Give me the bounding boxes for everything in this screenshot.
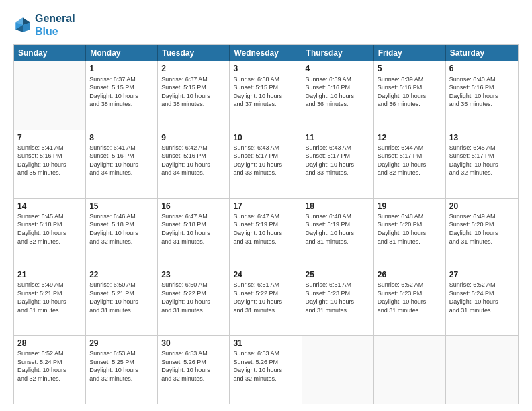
day-info: Sunrise: 6:52 AM Sunset: 5:24 PM Dayligh… (17, 349, 82, 383)
day-number: 15 (89, 201, 154, 212)
calendar-week-2: 7Sunrise: 6:41 AM Sunset: 5:16 PM Daylig… (14, 130, 518, 198)
day-cell-21: 21Sunrise: 6:49 AM Sunset: 5:21 PM Dayli… (14, 267, 86, 335)
day-cell-31: 31Sunrise: 6:53 AM Sunset: 5:26 PM Dayli… (230, 336, 302, 404)
day-cell-18: 18Sunrise: 6:48 AM Sunset: 5:19 PM Dayli… (302, 199, 374, 267)
day-cell-30: 30Sunrise: 6:53 AM Sunset: 5:26 PM Dayli… (158, 336, 230, 404)
day-cell-6: 6Sunrise: 6:40 AM Sunset: 5:16 PM Daylig… (446, 61, 518, 129)
day-info: Sunrise: 6:39 AM Sunset: 5:16 PM Dayligh… (378, 75, 442, 109)
header-day-friday: Friday (374, 45, 446, 61)
calendar-week-1: 1Sunrise: 6:37 AM Sunset: 5:15 PM Daylig… (14, 61, 518, 129)
logo-icon (13, 15, 32, 34)
day-cell-4: 4Sunrise: 6:39 AM Sunset: 5:16 PM Daylig… (302, 61, 374, 129)
day-number: 2 (161, 63, 226, 74)
day-cell-13: 13Sunrise: 6:45 AM Sunset: 5:17 PM Dayli… (446, 130, 518, 198)
day-cell-23: 23Sunrise: 6:50 AM Sunset: 5:22 PM Dayli… (158, 267, 230, 335)
day-number: 26 (378, 269, 442, 280)
day-cell-10: 10Sunrise: 6:43 AM Sunset: 5:17 PM Dayli… (230, 130, 302, 198)
day-number: 13 (449, 132, 515, 143)
day-number: 11 (306, 132, 370, 143)
day-number: 28 (17, 338, 82, 349)
calendar-week-4: 21Sunrise: 6:49 AM Sunset: 5:21 PM Dayli… (14, 267, 518, 335)
day-number: 10 (233, 132, 298, 143)
day-number: 27 (449, 269, 515, 280)
day-cell-9: 9Sunrise: 6:42 AM Sunset: 5:16 PM Daylig… (158, 130, 230, 198)
header: General Blue (13, 12, 519, 38)
header-day-thursday: Thursday (302, 45, 374, 61)
day-number: 9 (161, 132, 226, 143)
day-cell-12: 12Sunrise: 6:44 AM Sunset: 5:17 PM Dayli… (374, 130, 446, 198)
calendar: SundayMondayTuesdayWednesdayThursdayFrid… (13, 44, 519, 404)
day-info: Sunrise: 6:45 AM Sunset: 5:17 PM Dayligh… (449, 144, 515, 177)
day-info: Sunrise: 6:40 AM Sunset: 5:16 PM Dayligh… (449, 75, 515, 109)
calendar-header: SundayMondayTuesdayWednesdayThursdayFrid… (14, 45, 518, 61)
day-number: 31 (233, 338, 298, 349)
day-number: 7 (17, 132, 82, 143)
day-info: Sunrise: 6:53 AM Sunset: 5:26 PM Dayligh… (161, 349, 226, 383)
day-number: 12 (378, 132, 442, 143)
day-info: Sunrise: 6:43 AM Sunset: 5:17 PM Dayligh… (306, 144, 370, 177)
day-number: 17 (233, 201, 298, 212)
day-number: 29 (89, 338, 154, 349)
day-info: Sunrise: 6:41 AM Sunset: 5:16 PM Dayligh… (89, 144, 154, 177)
day-info: Sunrise: 6:49 AM Sunset: 5:20 PM Dayligh… (449, 212, 515, 246)
day-info: Sunrise: 6:37 AM Sunset: 5:15 PM Dayligh… (161, 75, 226, 109)
day-info: Sunrise: 6:53 AM Sunset: 5:26 PM Dayligh… (233, 349, 298, 383)
day-number: 16 (161, 201, 226, 212)
day-cell-1: 1Sunrise: 6:37 AM Sunset: 5:15 PM Daylig… (86, 61, 158, 129)
day-number: 25 (306, 269, 370, 280)
day-number: 20 (449, 201, 515, 212)
day-info: Sunrise: 6:46 AM Sunset: 5:18 PM Dayligh… (89, 212, 154, 246)
day-info: Sunrise: 6:39 AM Sunset: 5:16 PM Dayligh… (306, 75, 370, 109)
day-cell-16: 16Sunrise: 6:47 AM Sunset: 5:18 PM Dayli… (158, 199, 230, 267)
day-cell-19: 19Sunrise: 6:48 AM Sunset: 5:20 PM Dayli… (374, 199, 446, 267)
day-info: Sunrise: 6:41 AM Sunset: 5:16 PM Dayligh… (17, 144, 82, 177)
day-number: 19 (378, 201, 442, 212)
day-info: Sunrise: 6:37 AM Sunset: 5:15 PM Dayligh… (89, 75, 154, 109)
day-number: 1 (89, 63, 154, 74)
day-info: Sunrise: 6:48 AM Sunset: 5:20 PM Dayligh… (378, 212, 442, 246)
day-cell-24: 24Sunrise: 6:51 AM Sunset: 5:22 PM Dayli… (230, 267, 302, 335)
day-number: 14 (17, 201, 82, 212)
page: General Blue SundayMondayTuesdayWednesda… (0, 0, 532, 411)
day-cell-3: 3Sunrise: 6:38 AM Sunset: 5:15 PM Daylig… (230, 61, 302, 129)
header-day-sunday: Sunday (14, 45, 86, 61)
day-cell-14: 14Sunrise: 6:45 AM Sunset: 5:18 PM Dayli… (14, 199, 86, 267)
day-number: 23 (161, 269, 226, 280)
day-info: Sunrise: 6:50 AM Sunset: 5:21 PM Dayligh… (89, 281, 154, 314)
day-number: 24 (233, 269, 298, 280)
day-number: 22 (89, 269, 154, 280)
day-info: Sunrise: 6:38 AM Sunset: 5:15 PM Dayligh… (233, 75, 298, 109)
day-cell-8: 8Sunrise: 6:41 AM Sunset: 5:16 PM Daylig… (86, 130, 158, 198)
empty-cell (446, 336, 518, 404)
day-cell-17: 17Sunrise: 6:47 AM Sunset: 5:19 PM Dayli… (230, 199, 302, 267)
day-cell-15: 15Sunrise: 6:46 AM Sunset: 5:18 PM Dayli… (86, 199, 158, 267)
calendar-week-3: 14Sunrise: 6:45 AM Sunset: 5:18 PM Dayli… (14, 198, 518, 267)
day-cell-7: 7Sunrise: 6:41 AM Sunset: 5:16 PM Daylig… (14, 130, 86, 198)
header-day-wednesday: Wednesday (230, 45, 302, 61)
day-info: Sunrise: 6:52 AM Sunset: 5:23 PM Dayligh… (378, 281, 442, 314)
day-info: Sunrise: 6:45 AM Sunset: 5:18 PM Dayligh… (17, 212, 82, 246)
day-number: 3 (233, 63, 298, 74)
day-cell-27: 27Sunrise: 6:52 AM Sunset: 5:24 PM Dayli… (446, 267, 518, 335)
day-cell-2: 2Sunrise: 6:37 AM Sunset: 5:15 PM Daylig… (158, 61, 230, 129)
day-number: 4 (306, 63, 370, 74)
day-info: Sunrise: 6:49 AM Sunset: 5:21 PM Dayligh… (17, 281, 82, 314)
day-cell-22: 22Sunrise: 6:50 AM Sunset: 5:21 PM Dayli… (86, 267, 158, 335)
day-info: Sunrise: 6:50 AM Sunset: 5:22 PM Dayligh… (161, 281, 226, 314)
day-info: Sunrise: 6:51 AM Sunset: 5:23 PM Dayligh… (306, 281, 370, 314)
day-number: 6 (449, 63, 515, 74)
day-cell-26: 26Sunrise: 6:52 AM Sunset: 5:23 PM Dayli… (374, 267, 446, 335)
header-day-saturday: Saturday (446, 45, 518, 61)
day-info: Sunrise: 6:47 AM Sunset: 5:19 PM Dayligh… (233, 212, 298, 246)
empty-cell (302, 336, 374, 404)
header-day-tuesday: Tuesday (158, 45, 230, 61)
day-number: 30 (161, 338, 226, 349)
day-info: Sunrise: 6:53 AM Sunset: 5:25 PM Dayligh… (89, 349, 154, 383)
day-info: Sunrise: 6:42 AM Sunset: 5:16 PM Dayligh… (161, 144, 226, 177)
day-info: Sunrise: 6:43 AM Sunset: 5:17 PM Dayligh… (233, 144, 298, 177)
calendar-body: 1Sunrise: 6:37 AM Sunset: 5:15 PM Daylig… (14, 61, 518, 404)
day-info: Sunrise: 6:48 AM Sunset: 5:19 PM Dayligh… (306, 212, 370, 246)
empty-cell (14, 61, 86, 129)
day-cell-20: 20Sunrise: 6:49 AM Sunset: 5:20 PM Dayli… (446, 199, 518, 267)
day-info: Sunrise: 6:47 AM Sunset: 5:18 PM Dayligh… (161, 212, 226, 246)
